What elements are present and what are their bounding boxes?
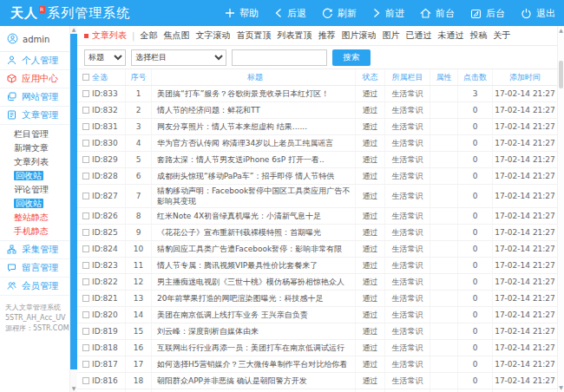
sidebar-item-messages[interactable]: 留言管理 [0, 259, 69, 278]
forward-button[interactable]: 前进 [372, 7, 404, 20]
row-title[interactable]: 套路太深：情人节男友送iPhone 6sP 打开一看.. [152, 152, 356, 167]
row-checkbox[interactable] [82, 123, 89, 130]
category-select[interactable]: 选择栏目 [131, 49, 226, 66]
help-button[interactable]: 帮助 [225, 7, 259, 20]
row-title[interactable]: 成都街头惊现“移动PaPa车”：招手即停 情人节特供 [152, 168, 356, 184]
table-row[interactable]: ID:830 4 华为官方否认传闻 称清理34岁以上老员工纯属谣言 通过 生活常… [77, 135, 557, 152]
table-row[interactable]: ID:827 7 猎豹移动声明：Facebook暂停中国区工具类应用广告不影响其… [77, 185, 557, 208]
table-row[interactable]: ID:831 3 网友分享照片：情人节本来想虚构 结果...... 通过 生活常… [77, 119, 557, 135]
row-checkbox[interactable] [82, 245, 89, 252]
scroll-down-icon[interactable]: ▼ [558, 384, 564, 391]
row-checkbox[interactable] [82, 278, 89, 285]
table-row[interactable]: ID:828 6 成都街头惊现“移动PaPa车”：招手即停 情人节特供 通过 生… [77, 168, 557, 185]
tab-filter-link[interactable]: 图片滚动 [341, 29, 376, 42]
sidebar-item-website[interactable]: 网站管理 [0, 88, 69, 107]
search-button[interactable]: 搜索 [332, 49, 371, 66]
row-checkbox[interactable] [82, 361, 89, 368]
frontend-button[interactable]: 前台 [420, 7, 455, 20]
tab-filter-link[interactable]: 列表置顶 [277, 29, 312, 42]
submenu-item-mobile-static[interactable]: 手机静态 [0, 225, 69, 238]
backend-button[interactable]: 后台 [470, 7, 505, 20]
row-checkbox[interactable] [82, 344, 89, 351]
row-title[interactable]: 情人节专属：腾讯视频VIP最具性价比套餐来了 [152, 258, 356, 273]
table-row[interactable]: ID:817 17 如何选择H5营销媒介？三大微传单制作平台对比给你看 通过 生… [77, 356, 557, 373]
submenu-item-article-list[interactable]: 文章列表 [0, 155, 69, 169]
table-row[interactable]: ID:822 12 男主播痴迷电视剧《三世十桃》模仿杨幂扮相惊艳众人 通过 生活… [77, 274, 557, 291]
submenu-item-categories[interactable]: 栏目管理 [0, 127, 69, 141]
row-title[interactable]: 网友分享照片：情人节本来想虚构 结果...... [152, 119, 356, 134]
tab-filter-link[interactable]: 首页置顶 [236, 29, 271, 42]
main-scrollbar-thumb[interactable] [559, 61, 563, 88]
back-button[interactable]: 后退 [274, 7, 306, 20]
row-checkbox[interactable] [82, 173, 89, 180]
table-row[interactable]: ID:823 11 情人节专属：腾讯视频VIP最具性价比套餐来了 通过 生活常识… [77, 258, 557, 274]
tab-filter-link[interactable]: 图片 [382, 29, 399, 42]
sidebar-item-article[interactable]: 文章管理 [0, 107, 69, 125]
tab-filter-link[interactable]: 焦点图 [163, 29, 189, 42]
refresh-button[interactable]: 刷新 [322, 7, 357, 20]
row-checkbox[interactable] [82, 262, 89, 269]
sidebar-scrollbar-thumb[interactable] [70, 34, 77, 369]
tab-article-list[interactable]: 文章列表 [84, 29, 127, 42]
tab-filter-link[interactable]: 未通过 [437, 29, 463, 42]
submenu-item-comments[interactable]: 评论管理 [0, 183, 69, 197]
row-title[interactable]: 互联网出行行业再添一员：美团打车在南京低调试运行 [152, 340, 356, 356]
table-row[interactable]: ID:824 10 猎豹回应工具类广告遭Facebook暂停：影响非常有限 通过… [77, 241, 557, 258]
select-all-checkbox[interactable] [82, 74, 89, 81]
table-row[interactable]: ID:832 2 情人节的经济问题：鲜花和TT 通过 生活常识 0 17-02-… [77, 102, 557, 119]
sidebar-scrollbar[interactable]: ▲ ▼ [69, 26, 77, 392]
row-title[interactable]: 华为官方否认传闻 称清理34岁以上老员工纯属谣言 [152, 135, 356, 151]
row-checkbox[interactable] [82, 193, 89, 199]
sidebar-item-personal[interactable]: 个人管理 [0, 52, 69, 70]
row-checkbox[interactable] [82, 140, 89, 147]
row-title[interactable]: 猎豹移动声明：Facebook暂停中国区工具类应用广告不影响其变现 [152, 185, 356, 207]
table-row[interactable]: ID:819 15 刘云峰：深度剖析自媒体由来 通过 生活常识 0 17-02-… [77, 323, 557, 340]
table-row[interactable]: ID:821 13 20年前苹果打造的网吧渲染图曝光：科技感十足 通过 生活常识… [77, 291, 557, 307]
row-checkbox[interactable] [82, 229, 89, 236]
submenu-item-new-article[interactable]: 新增文章 [0, 141, 69, 155]
tab-filter-link[interactable]: 投稿 [469, 29, 487, 42]
row-checkbox[interactable] [82, 328, 89, 335]
row-checkbox[interactable] [82, 377, 89, 384]
submenu-item-site-static[interactable]: 整站静态 [0, 211, 69, 225]
row-checkbox[interactable] [82, 156, 89, 163]
table-row[interactable]: ID:826 8 红米Note 4X初音绿真机曝光：小清新气息十足 通过 生活常… [77, 208, 557, 225]
row-checkbox[interactable] [82, 107, 89, 114]
row-checkbox[interactable] [82, 295, 89, 302]
tab-filter-link[interactable]: 全部 [140, 29, 157, 42]
table-row[interactable]: ID:816 18 朝阳群众APP并非恶搞 确认是朝阳警方开发 通过 生活常识 … [77, 373, 557, 389]
tab-filter-link[interactable]: 文字滚动 [195, 29, 230, 42]
table-row[interactable]: ID:829 5 套路太深：情人节男友送iPhone 6sP 打开一看.. 通过… [77, 152, 557, 168]
search-input[interactable] [232, 49, 327, 66]
row-title[interactable]: 20年前苹果打造的网吧渲染图曝光：科技感十足 [152, 291, 356, 306]
sidebar-item-members[interactable]: 会员管理 [0, 278, 69, 296]
submenu-item-recycle-1[interactable]: 回收站 [0, 169, 69, 183]
row-title[interactable]: 美团在南京低调上线打车业务 王兴亲自负责 [152, 307, 356, 323]
table-row[interactable]: ID:833 1 美团搞“打车”服务？谷歌街景竟收录日本红灯区！ 通过 生活常识… [77, 86, 557, 102]
row-title[interactable]: 刘云峰：深度剖析自媒体由来 [152, 323, 356, 339]
row-title[interactable]: 如何选择H5营销媒介？三大微传单制作平台对比给你看 [152, 356, 356, 372]
sidebar-item-appcenter[interactable]: 应用中心 [0, 70, 69, 88]
sidebar-user[interactable]: admin [0, 29, 69, 52]
tab-filter-link[interactable]: 已通过 [405, 29, 431, 42]
row-title[interactable]: 《花花公子》宣布重新刊载裸模特照：首期曝光 [152, 225, 356, 240]
row-title[interactable]: 男主播痴迷电视剧《三世十桃》模仿杨幂扮相惊艳众人 [152, 274, 356, 290]
table-row[interactable]: ID:818 16 互联网出行行业再添一员：美团打车在南京低调试运行 通过 生活… [77, 340, 557, 356]
row-title[interactable]: 猎豹回应工具类广告遭Facebook暂停：影响非常有限 [152, 241, 356, 257]
row-checkbox[interactable] [82, 311, 89, 318]
table-row[interactable]: ID:825 9 《花花公子》宣布重新刊载裸模特照：首期曝光 通过 生活常识 0… [77, 225, 557, 241]
tab-filter-link[interactable]: 关于 [493, 29, 510, 42]
logout-button[interactable]: 退出 [521, 7, 555, 20]
row-title[interactable]: 情人节的经济问题：鲜花和TT [152, 102, 356, 118]
sidebar-item-collect[interactable]: 采集管理 [0, 241, 69, 259]
row-title[interactable]: 红米Note 4X初音绿真机曝光：小清新气息十足 [152, 208, 356, 224]
scroll-up-icon[interactable]: ▲ [70, 26, 77, 33]
scroll-up-icon[interactable]: ▲ [558, 27, 564, 34]
search-field-select[interactable]: 标题 [84, 49, 126, 66]
main-scrollbar[interactable]: ▲ ▼ [557, 26, 564, 392]
row-title[interactable]: 朝阳群众APP并非恶搞 确认是朝阳警方开发 [152, 373, 356, 389]
row-checkbox[interactable] [82, 90, 89, 97]
table-row[interactable]: ID:820 14 美团在南京低调上线打车业务 王兴亲自负责 通过 生活常识 0… [77, 307, 557, 323]
scroll-down-icon[interactable]: ▼ [70, 385, 77, 392]
row-title[interactable]: 美团搞“打车”服务？谷歌街景竟收录日本红灯区！ [152, 86, 356, 101]
